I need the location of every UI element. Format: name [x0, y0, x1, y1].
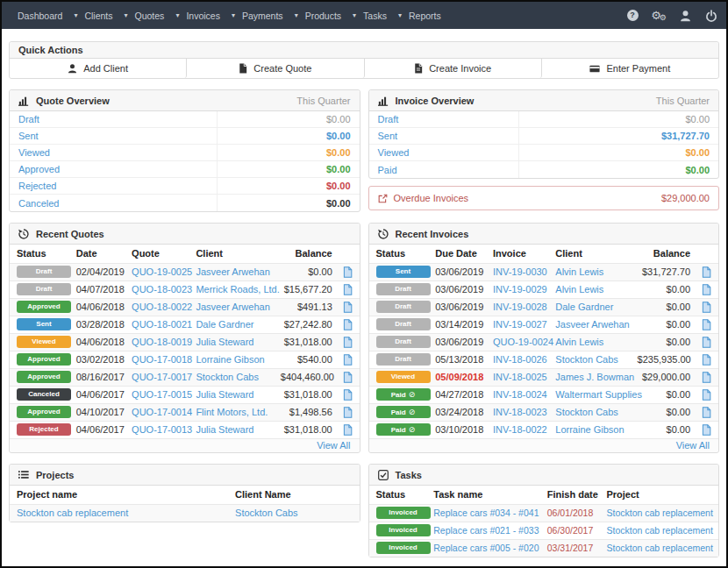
project-link[interactable]: Stockton cab replacement	[606, 543, 712, 553]
client-link[interactable]: Jasveer Arwehan	[196, 266, 269, 277]
overview-status-link[interactable]: Paid	[369, 161, 519, 178]
pdf-icon[interactable]	[702, 371, 711, 381]
pdf-icon[interactable]	[343, 266, 353, 276]
client-link[interactable]: Waltermart Supplies	[555, 389, 642, 400]
document-number-link[interactable]: INV-19-0029	[493, 284, 547, 295]
client-link[interactable]: Jasveer Arwehan	[196, 302, 269, 312]
document-number-link[interactable]: INV-19-0030	[493, 266, 547, 277]
project-link[interactable]: Stockton cab replacement	[606, 508, 712, 518]
document-number-link[interactable]: INV-19-0027	[493, 319, 547, 330]
chevron-down-icon[interactable]: ▾	[74, 11, 77, 19]
document-number-link[interactable]: QUO-19-0025	[132, 266, 192, 277]
project-link[interactable]: Stockton cab replacement	[17, 508, 128, 518]
client-link[interactable]: Alvin Lewis	[555, 284, 603, 295]
client-link[interactable]: Alvin Lewis	[555, 337, 603, 347]
help-icon[interactable]: ?	[619, 10, 646, 21]
client-link[interactable]: Stockton Cabs	[555, 407, 618, 417]
pdf-icon[interactable]	[343, 371, 353, 381]
pdf-icon[interactable]	[702, 301, 711, 311]
nav-item-quotes[interactable]: Quotes▾	[135, 11, 180, 21]
document-number-link[interactable]: QUO-17-0013	[132, 424, 192, 435]
task-link[interactable]: Replace cars #005 - #020	[433, 543, 539, 553]
pdf-icon[interactable]	[702, 336, 711, 346]
overview-status-link[interactable]: Canceled	[10, 195, 218, 211]
pdf-icon[interactable]	[702, 388, 711, 399]
recent-quotes-view-all[interactable]: View All	[317, 440, 350, 451]
pdf-icon[interactable]	[343, 336, 353, 346]
create-quote-button[interactable]: Create Quote	[187, 59, 364, 78]
document-number-link[interactable]: QUO-17-0015	[132, 389, 192, 400]
nav-item-dashboard[interactable]: Dashboard▾	[18, 11, 77, 21]
client-link[interactable]: Stockton Cabs	[235, 508, 298, 518]
chevron-down-icon[interactable]: ▾	[353, 11, 356, 19]
client-link[interactable]: Lorraine Gibson	[196, 354, 264, 365]
pdf-icon[interactable]	[343, 353, 353, 364]
document-number-link[interactable]: INV-19-0028	[493, 302, 547, 312]
task-link[interactable]: Replace cars #021 - #033	[433, 525, 539, 536]
document-number-link[interactable]: INV-18-0026	[493, 354, 547, 365]
pdf-icon[interactable]	[343, 318, 353, 329]
document-number-link[interactable]: QUO-19-0024	[493, 337, 553, 347]
project-link[interactable]: Stockton cab replacement	[606, 525, 712, 536]
overview-status-link[interactable]: Draft	[10, 111, 218, 127]
chevron-down-icon[interactable]: ▾	[232, 11, 235, 19]
chevron-down-icon[interactable]: ▾	[175, 11, 179, 19]
nav-item-clients[interactable]: Clients▾	[84, 11, 127, 21]
client-link[interactable]: Dale Gardner	[196, 319, 253, 330]
add-client-button[interactable]: Add Client	[10, 59, 187, 78]
document-number-link[interactable]: QUO-17-0014	[132, 407, 192, 417]
power-icon[interactable]	[698, 10, 724, 22]
pdf-icon[interactable]	[702, 406, 711, 416]
pdf-icon[interactable]	[343, 283, 353, 294]
nav-item-tasks[interactable]: Tasks▾	[363, 11, 402, 21]
document-number-link[interactable]: QUO-17-0017	[132, 372, 192, 382]
pdf-icon[interactable]	[702, 266, 711, 276]
enter-payment-button[interactable]: Enter Payment	[542, 59, 718, 78]
overview-status-link[interactable]: Viewed	[369, 145, 519, 160]
overview-status-link[interactable]: Sent	[369, 128, 519, 144]
nav-item-products[interactable]: Products▾	[305, 11, 356, 21]
client-link[interactable]: Dale Gardner	[555, 302, 613, 312]
document-number-link[interactable]: QUO-17-0018	[132, 354, 192, 365]
document-number-link[interactable]: INV-18-0025	[493, 372, 547, 382]
overview-status-link[interactable]: Viewed	[10, 145, 218, 160]
document-number-link[interactable]: QUO-18-0022	[132, 302, 192, 312]
user-icon[interactable]	[672, 10, 698, 22]
pdf-icon[interactable]	[343, 388, 353, 399]
chevron-down-icon[interactable]: ▾	[295, 11, 298, 19]
client-link[interactable]: Lorraine Gibson	[555, 424, 624, 435]
document-number-link[interactable]: INV-18-0023	[493, 407, 547, 417]
pdf-icon[interactable]	[343, 423, 353, 434]
client-link[interactable]: Flint Motors, Ltd.	[196, 407, 268, 417]
pdf-icon[interactable]	[702, 318, 711, 329]
client-link[interactable]: Stockton Cabs	[196, 372, 259, 382]
nav-item-payments[interactable]: Payments▾	[242, 11, 298, 21]
pdf-icon[interactable]	[343, 406, 353, 416]
client-link[interactable]: Julia Steward	[196, 424, 253, 435]
client-link[interactable]: James J. Bowman	[555, 372, 634, 382]
client-link[interactable]: Alvin Lewis	[555, 266, 603, 277]
pdf-icon[interactable]	[343, 301, 353, 311]
document-number-link[interactable]: INV-18-0022	[493, 424, 547, 435]
overview-status-link[interactable]: Rejected	[10, 178, 218, 194]
nav-item-reports[interactable]: Reports	[409, 11, 441, 21]
document-number-link[interactable]: QUO-18-0023	[132, 284, 192, 295]
task-link[interactable]: Replace cars #034 - #041	[433, 508, 539, 518]
client-link[interactable]: Julia Steward	[196, 389, 253, 400]
nav-item-invoices[interactable]: Invoices▾	[186, 11, 235, 21]
document-number-link[interactable]: QUO-18-0019	[132, 337, 192, 347]
overview-status-link[interactable]: Sent	[10, 128, 218, 144]
document-number-link[interactable]: QUO-18-0021	[132, 319, 192, 330]
client-link[interactable]: Merrick Roads, Ltd.	[196, 284, 279, 295]
overdue-invoices[interactable]: Overdue Invoices $29,000.00	[368, 186, 720, 210]
overview-status-link[interactable]: Approved	[10, 161, 218, 177]
pdf-icon[interactable]	[702, 353, 711, 364]
pdf-icon[interactable]	[702, 423, 711, 434]
overview-status-link[interactable]: Draft	[369, 111, 519, 127]
client-link[interactable]: Julia Steward	[196, 337, 253, 347]
client-link[interactable]: Stockton Cabs	[555, 354, 618, 365]
create-invoice-button[interactable]: Create Invoice	[365, 59, 542, 78]
chevron-down-icon[interactable]: ▾	[125, 11, 128, 19]
pdf-icon[interactable]	[702, 283, 711, 294]
client-link[interactable]: Jasveer Arwehan	[555, 319, 629, 330]
